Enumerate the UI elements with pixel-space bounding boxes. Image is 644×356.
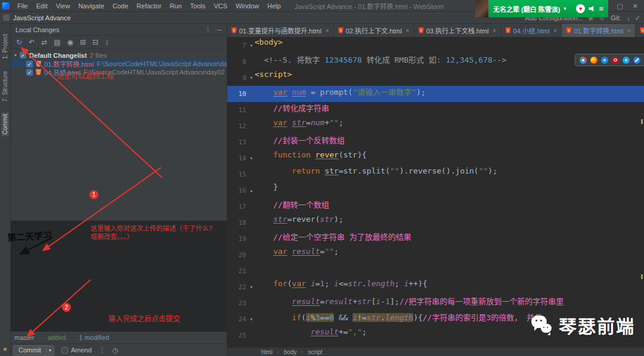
menu-window[interactable]: Window [231, 0, 263, 12]
commit-button[interactable]: Commit ▾ [13, 345, 54, 355]
code-lines[interactable]: 7▾<body>8<!--5. 将数字 12345678 转化成 RMB形式 如… [227, 38, 644, 348]
editor-tab[interactable]: 501.变量提升与函数提升.html✕ [227, 24, 334, 37]
menu-edit[interactable]: Edit [32, 0, 52, 12]
show-details-icon[interactable]: ↕ [105, 39, 109, 46]
tab-close-icon[interactable]: ✕ [493, 28, 497, 33]
tab-close-icon[interactable]: ✕ [325, 28, 329, 33]
project-name[interactable]: JavaScript Advance [13, 14, 71, 21]
code-line[interactable]: 22▾for(var i=1; i<=str.length; i++){ [227, 279, 644, 295]
changed-file-row[interactable]: ✓01.数字转换.htmlF:\SourceCodeHTML\JavaScrip… [11, 60, 227, 68]
code-line[interactable]: 23result=result+str[i-1];//把字符串的每一项重新放到一… [227, 295, 644, 311]
firefox-icon[interactable] [590, 57, 597, 64]
changelist-checkbox[interactable]: ✓ [20, 52, 26, 58]
file-checkbox[interactable]: ✓ [26, 69, 33, 76]
tab-label: 01.变量提升与函数提升.html [239, 26, 321, 35]
menu-run[interactable]: Run [166, 0, 186, 12]
menu-refactor[interactable]: Refactor [132, 0, 166, 12]
expand-all-icon[interactable]: ⊞ [80, 39, 86, 46]
options-menu-icon[interactable]: ⋮ [205, 26, 211, 33]
menu-code[interactable]: Code [109, 0, 132, 12]
changelist-row[interactable]: ▾ ✓ Default Changelist 2 files [11, 51, 227, 60]
stream-video-thumbnail[interactable] [475, 0, 488, 17]
editor-tab[interactable]: 501.数字转换.html✕ [562, 24, 636, 37]
more-options-icon[interactable]: ⋮ [99, 346, 106, 354]
commit-dropdown-icon[interactable]: ▾ [46, 348, 54, 353]
refresh-icon[interactable]: ↻ [16, 39, 22, 46]
tab-close-icon[interactable]: ✕ [553, 28, 558, 33]
code-line[interactable]: 14▾function rever(str){ [227, 150, 644, 166]
git-label: Git: [611, 14, 621, 21]
gutter: 18 [227, 215, 255, 231]
menu-view[interactable]: View [52, 0, 75, 12]
favorites-star-icon[interactable]: ★ [2, 346, 8, 352]
volume-icon[interactable] [589, 5, 595, 12]
menu-help[interactable]: Help [263, 0, 285, 12]
code-line[interactable]: 9▾<script> [227, 70, 644, 86]
amend-checkbox[interactable]: Amend [61, 346, 92, 354]
edge-icon[interactable]: e [601, 57, 608, 64]
changed-file-row[interactable]: ✓04.总结.htmlF:\SourceCodeHTML\JavaScript … [11, 68, 227, 76]
tab-close-icon[interactable]: ✕ [627, 28, 631, 33]
preview-diff-icon[interactable]: ◉ [67, 39, 73, 46]
branch-name[interactable]: master [14, 334, 35, 341]
chrome-icon[interactable] [580, 57, 587, 64]
code-line[interactable]: 16▴} [227, 182, 644, 199]
code-line[interactable]: 15return str=str.split("").reverse().joi… [227, 166, 644, 182]
history-icon[interactable]: ◷ [113, 346, 119, 354]
file-name: 01.数字转换.html [44, 60, 94, 68]
code-line[interactable]: 17//翻转一个数组 [227, 199, 644, 215]
restore-icon[interactable]: ▢ [617, 0, 623, 12]
tab-label: 03.执行上下文栈.html [426, 26, 489, 35]
group-by-icon[interactable]: ▤ [54, 39, 60, 46]
breadcrumb-html[interactable]: html [261, 349, 273, 355]
watermark: 琴瑟前端 [531, 312, 635, 338]
breadcrumb-script[interactable]: script [308, 349, 323, 355]
tool-strip-project[interactable]: 1: Project [1, 32, 9, 61]
hide-panel-icon[interactable]: ─ [217, 26, 222, 33]
tab-label: 04.小结.html [513, 26, 550, 35]
editor-tab[interactable]: 503.执行上下文栈.html✕ [414, 24, 501, 37]
opera-icon[interactable]: O [612, 57, 619, 64]
menu-file[interactable]: File [13, 0, 32, 12]
vcs-commit-icon[interactable]: ✓ [635, 14, 640, 22]
code-line[interactable]: 19//给定一个空字符串 为了放最终的结果 [227, 231, 644, 247]
editor-tab[interactable]: 502.执行上下文.html✕ [334, 24, 414, 37]
collapse-all-icon[interactable]: ⊟ [92, 39, 98, 46]
chevron-down-icon[interactable]: ▾ [564, 6, 566, 11]
tab-close-icon[interactable]: ✕ [405, 28, 410, 33]
expand-arrow-icon[interactable]: ▾ [14, 52, 17, 58]
like-button[interactable]: ♥ [576, 4, 585, 13]
rollback-icon[interactable]: ↶ [29, 39, 35, 46]
file-checkbox[interactable]: ✓ [26, 61, 33, 67]
code-text: //给定一个空字符串 为了放最终的结果 [255, 231, 411, 247]
code-text: var result=""; [255, 247, 339, 263]
ie-icon[interactable]: e [623, 57, 630, 64]
menu-navigate[interactable]: Navigate [74, 0, 108, 12]
editor-tab[interactable]: 504.小结.html✕ [501, 24, 562, 37]
stream-menu-icon[interactable]: ≡ [599, 5, 603, 13]
code-line[interactable]: 11//转化成字符串 [227, 102, 644, 118]
warning-stripe-mark[interactable] [641, 274, 643, 279]
breadcrumb-body[interactable]: body [284, 349, 297, 355]
code-line[interactable]: 20var result=""; [227, 247, 644, 263]
tool-strip-commit[interactable]: Commit [1, 112, 9, 136]
code-text: <script> [255, 70, 292, 86]
code-line[interactable]: 21 [227, 263, 644, 279]
code-line[interactable]: 10var num = prompt("请输入一串数字"); [227, 86, 644, 102]
tool-strip-structure[interactable]: 7: Structure [1, 69, 9, 104]
safari-icon[interactable] [633, 57, 640, 64]
html5-file-icon: 5 [338, 27, 343, 33]
html5-file-icon: 5 [506, 27, 511, 33]
code-line[interactable]: 7▾<body> [227, 38, 644, 54]
code-line[interactable]: 13//封装一个反转数组 [227, 134, 644, 150]
code-text: result+=","; [255, 327, 367, 343]
close-icon[interactable]: ✕ [633, 0, 638, 12]
vcs-update-icon[interactable]: ↓ [627, 14, 630, 22]
editor-tab[interactable]: 501.函数的prototype... [636, 24, 644, 37]
menu-vcs[interactable]: VCS [210, 0, 232, 12]
code-line[interactable]: 18str=rever(str); [227, 215, 644, 231]
menu-tools[interactable]: Tools [186, 0, 210, 12]
code-line[interactable]: 12var str=num+""; [227, 118, 644, 134]
warning-stripe-mark[interactable] [641, 119, 643, 124]
diff-icon[interactable]: ⇄ [41, 39, 47, 46]
